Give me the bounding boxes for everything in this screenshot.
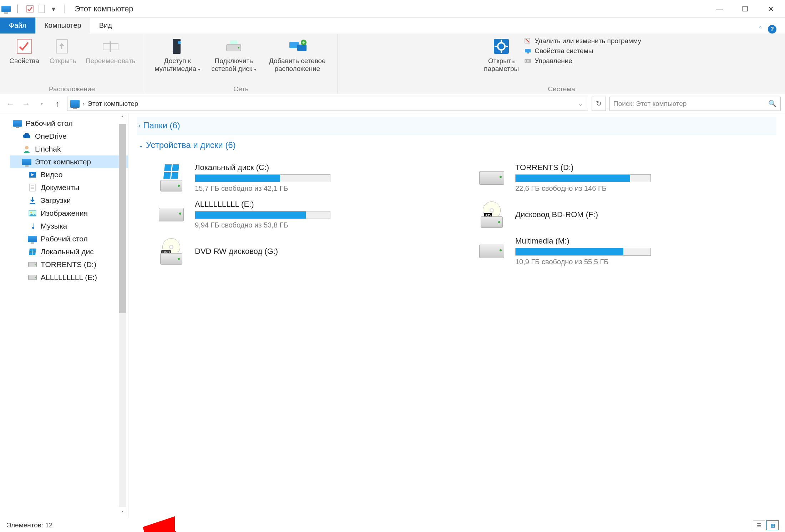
sidebar-item-downloads[interactable]: Загрузки	[10, 194, 128, 207]
close-button[interactable]: ✕	[758, 2, 784, 16]
sidebar-item-torrents[interactable]: TORRENTS (D:)	[10, 258, 128, 271]
qat-blank-icon[interactable]	[37, 4, 47, 14]
ribbon-group-network: Доступ к мультимедиа ▾ Подключить сетево…	[144, 34, 338, 94]
sidebar-item-user[interactable]: Linchak	[10, 143, 128, 155]
manage-icon	[524, 57, 532, 65]
group-location-label: Расположение	[49, 85, 95, 93]
uninstall-program-item[interactable]: Удалить или изменить программу	[524, 37, 641, 45]
minimize-button[interactable]: —	[706, 2, 732, 16]
svg-text:+: +	[302, 40, 305, 45]
refresh-button[interactable]: ↻	[592, 97, 606, 111]
open-settings-button[interactable]: Открыть параметры	[482, 36, 521, 74]
add-network-location-button[interactable]: + Добавить сетевое расположение	[263, 36, 331, 74]
sidebar-item-alll[interactable]: ALLLLLLLLL (E:)	[10, 271, 128, 284]
sidebar-item-pictures[interactable]: Изображения	[10, 207, 128, 220]
capacity-bar	[515, 174, 651, 182]
folders-section-header[interactable]: › Папки (6)	[137, 117, 776, 134]
properties-button[interactable]: Свойства	[6, 36, 42, 66]
separator: │	[62, 5, 67, 13]
pc-icon	[1, 4, 11, 14]
drives-header-label: Устройства и диски (6)	[146, 140, 236, 150]
map-drive-button[interactable]: Подключить сетевой диск ▾	[207, 36, 260, 74]
address-bar[interactable]: › Этот компьютер ⌄	[67, 97, 588, 111]
collapse-ribbon-icon[interactable]: ˆ	[759, 26, 761, 33]
maximize-button[interactable]: ☐	[732, 2, 758, 16]
sidebar-item-documents[interactable]: Документы	[10, 181, 128, 194]
drive-item[interactable]: Локальный диск (C:)15,7 ГБ свободно из 4…	[157, 163, 456, 193]
sidebar-item-label: Документы	[41, 183, 79, 192]
address-dropdown-icon[interactable]: ⌄	[576, 101, 585, 107]
chevron-down-icon: ▾	[254, 67, 256, 72]
bd-icon	[477, 203, 506, 226]
breadcrumb[interactable]: Этот компьютер	[87, 100, 138, 108]
drives-section-header[interactable]: ⌄ Устройства и диски (6)	[137, 137, 776, 154]
monitor-icon	[13, 119, 22, 127]
windows-drive-icon	[28, 248, 37, 256]
sidebar: ˄ ˅ Рабочий стол OneDrive Linchak Этот к…	[0, 113, 128, 518]
open-settings-label-1: Открыть	[488, 57, 515, 65]
recent-dropdown[interactable]: ▾	[36, 98, 48, 110]
manage-item[interactable]: Управление	[524, 57, 641, 65]
drive-item[interactable]: ALLLLLLLLL (E:)9,94 ГБ свободно из 53,8 …	[157, 200, 456, 229]
tab-computer[interactable]: Компьютер	[35, 17, 90, 34]
drive-name: ALLLLLLLLL (E:)	[195, 200, 330, 209]
tab-file[interactable]: Файл	[0, 17, 35, 34]
drive-subtext: 22,6 ГБ свободно из 146 ГБ	[515, 184, 651, 193]
sidebar-item-desktop2[interactable]: Рабочий стол	[10, 232, 128, 245]
help-icon[interactable]: ?	[768, 25, 776, 34]
capacity-bar	[195, 174, 330, 182]
sidebar-item-music[interactable]: Музыка	[10, 220, 128, 232]
chevron-down-icon: ⌄	[138, 142, 143, 149]
rename-button: Переименовать	[83, 36, 137, 66]
video-icon	[28, 171, 37, 179]
svg-rect-10	[230, 40, 237, 44]
system-properties-item[interactable]: Свойства системы	[524, 47, 641, 55]
gear-icon	[492, 37, 511, 56]
view-details-button[interactable]: ☰	[753, 520, 765, 530]
main-area: ˄ ˅ Рабочий стол OneDrive Linchak Этот к…	[0, 113, 785, 518]
sidebar-item-desktop[interactable]: Рабочий стол	[10, 117, 128, 130]
folders-header-label: Папки (6)	[143, 121, 180, 131]
content-pane: › Папки (6) ⌄ Устройства и диски (6) Лок…	[128, 113, 785, 518]
qat-dropdown-icon[interactable]: ▾	[52, 5, 55, 13]
drive-icon	[28, 273, 37, 281]
media-access-label-1: Доступ к	[164, 57, 191, 65]
tab-view[interactable]: Вид	[90, 17, 121, 34]
status-element-count: Элементов: 12	[6, 521, 53, 529]
drive-item[interactable]: Дисковод BD-ROM (F:)	[477, 200, 776, 229]
open-settings-label-2: параметры	[484, 65, 519, 73]
sidebar-item-label: Рабочий стол	[26, 119, 73, 128]
scroll-up-button[interactable]: ˄	[119, 115, 126, 122]
download-icon	[28, 196, 37, 204]
uninstall-label: Удалить или изменить программу	[535, 37, 641, 45]
back-button[interactable]: ←	[4, 98, 16, 110]
sidebar-item-videos[interactable]: Видео	[10, 168, 128, 181]
up-button[interactable]: ↑	[51, 98, 64, 110]
media-access-button[interactable]: Доступ к мультимедиа ▾	[151, 36, 204, 74]
drive-item[interactable]: DVD RW дисковод (G:)	[157, 236, 456, 266]
drive-name: TORRENTS (D:)	[515, 163, 651, 172]
dvd-icon	[157, 240, 186, 263]
drive-item[interactable]: Multimedia (M:)10,9 ГБ свободно из 55,5 …	[477, 236, 776, 266]
scroll-down-button[interactable]: ˅	[119, 509, 126, 516]
group-network-label: Сеть	[233, 85, 248, 93]
drive-name: Локальный диск (C:)	[195, 163, 330, 172]
rename-label: Переименовать	[86, 57, 135, 65]
svg-point-26	[526, 61, 527, 62]
chevron-down-icon: ▾	[198, 67, 200, 72]
sidebar-item-label: Рабочий стол	[41, 235, 88, 243]
sidebar-item-thispc[interactable]: Этот компьютер	[10, 155, 128, 168]
sidebar-item-localdisc[interactable]: Локальный дис	[10, 245, 128, 258]
scrollbar-thumb[interactable]	[119, 124, 126, 313]
svg-point-28	[25, 146, 29, 149]
sidebar-item-label: ALLLLLLLLL (E:)	[41, 273, 97, 282]
search-input[interactable]: Поиск: Этот компьютер 🔍	[609, 97, 781, 111]
sidebar-item-onedrive[interactable]: OneDrive	[10, 130, 128, 143]
qat-properties-icon[interactable]	[25, 4, 35, 14]
open-label: Открыть	[50, 57, 76, 65]
drive-item[interactable]: TORRENTS (D:)22,6 ГБ свободно из 146 ГБ	[477, 163, 776, 193]
system-props-label: Свойства системы	[535, 47, 593, 55]
forward-button[interactable]: →	[20, 98, 32, 110]
ribbon-group-location: Свойства Открыть Переименовать Расположе…	[0, 34, 144, 94]
view-tiles-button[interactable]: ▦	[766, 520, 779, 530]
